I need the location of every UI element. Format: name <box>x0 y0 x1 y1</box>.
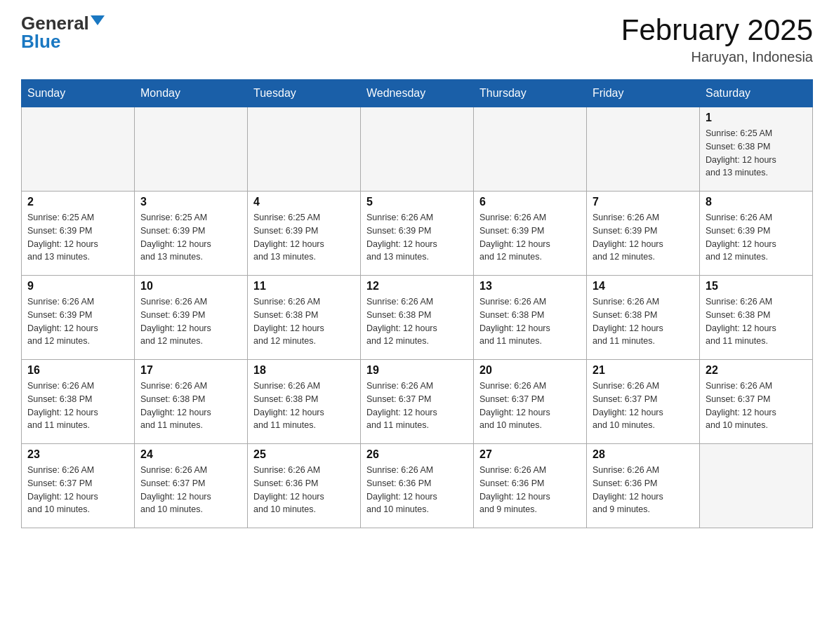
day-cell: 26Sunrise: 6:26 AM Sunset: 6:36 PM Dayli… <box>361 444 474 528</box>
day-number: 21 <box>593 364 694 377</box>
day-cell: 27Sunrise: 6:26 AM Sunset: 6:36 PM Dayli… <box>474 444 587 528</box>
day-cell: 25Sunrise: 6:26 AM Sunset: 6:36 PM Dayli… <box>248 444 361 528</box>
day-cell: 15Sunrise: 6:26 AM Sunset: 6:38 PM Dayli… <box>700 276 813 360</box>
day-number: 9 <box>27 280 128 293</box>
day-cell <box>700 444 813 528</box>
day-cell: 20Sunrise: 6:26 AM Sunset: 6:37 PM Dayli… <box>474 360 587 444</box>
day-info: Sunrise: 6:26 AM Sunset: 6:37 PM Dayligh… <box>366 380 468 432</box>
day-header-thursday: Thursday <box>474 80 587 107</box>
day-cell: 11Sunrise: 6:26 AM Sunset: 6:38 PM Dayli… <box>248 276 361 360</box>
day-info: Sunrise: 6:26 AM Sunset: 6:36 PM Dayligh… <box>366 464 468 516</box>
day-number: 25 <box>253 448 355 461</box>
calendar-subtitle: Haruyan, Indonesia <box>621 49 813 65</box>
day-cell: 18Sunrise: 6:26 AM Sunset: 6:38 PM Dayli… <box>248 360 361 444</box>
day-info: Sunrise: 6:26 AM Sunset: 6:39 PM Dayligh… <box>706 211 807 264</box>
day-cell: 9Sunrise: 6:26 AM Sunset: 6:39 PM Daylig… <box>22 276 135 360</box>
day-cell: 19Sunrise: 6:26 AM Sunset: 6:37 PM Dayli… <box>361 360 474 444</box>
day-cell <box>135 107 248 192</box>
day-info: Sunrise: 6:25 AM Sunset: 6:39 PM Dayligh… <box>140 211 241 264</box>
day-cell: 8Sunrise: 6:26 AM Sunset: 6:39 PM Daylig… <box>700 192 813 276</box>
calendar-title: February 2025 <box>621 14 813 46</box>
day-cell: 4Sunrise: 6:25 AM Sunset: 6:39 PM Daylig… <box>248 192 361 276</box>
day-cell: 12Sunrise: 6:26 AM Sunset: 6:38 PM Dayli… <box>361 276 474 360</box>
day-number: 13 <box>479 280 581 293</box>
day-cell: 22Sunrise: 6:26 AM Sunset: 6:37 PM Dayli… <box>700 360 813 444</box>
day-cell: 5Sunrise: 6:26 AM Sunset: 6:39 PM Daylig… <box>361 192 474 276</box>
day-info: Sunrise: 6:26 AM Sunset: 6:38 PM Dayligh… <box>706 295 807 348</box>
day-number: 18 <box>253 364 355 377</box>
day-number: 16 <box>27 364 128 377</box>
day-info: Sunrise: 6:26 AM Sunset: 6:39 PM Dayligh… <box>27 295 128 348</box>
day-cell <box>474 107 587 192</box>
logo-triangle-icon <box>91 15 105 25</box>
day-cell: 7Sunrise: 6:26 AM Sunset: 6:39 PM Daylig… <box>587 192 700 276</box>
day-header-wednesday: Wednesday <box>361 80 474 107</box>
day-info: Sunrise: 6:26 AM Sunset: 6:39 PM Dayligh… <box>140 295 241 348</box>
day-info: Sunrise: 6:26 AM Sunset: 6:37 PM Dayligh… <box>706 380 807 432</box>
day-header-friday: Friday <box>587 80 700 107</box>
day-info: Sunrise: 6:26 AM Sunset: 6:36 PM Dayligh… <box>593 464 694 516</box>
day-cell: 6Sunrise: 6:26 AM Sunset: 6:39 PM Daylig… <box>474 192 587 276</box>
day-header-tuesday: Tuesday <box>248 80 361 107</box>
day-info: Sunrise: 6:26 AM Sunset: 6:38 PM Dayligh… <box>253 380 355 432</box>
day-info: Sunrise: 6:26 AM Sunset: 6:36 PM Dayligh… <box>253 464 355 516</box>
day-number: 6 <box>479 196 581 208</box>
day-cell <box>361 107 474 192</box>
day-header-saturday: Saturday <box>700 80 813 107</box>
title-section: February 2025 Haruyan, Indonesia <box>621 14 813 65</box>
logo-blue-text: Blue <box>21 32 60 51</box>
day-number: 4 <box>253 196 355 208</box>
calendar-table: SundayMondayTuesdayWednesdayThursdayFrid… <box>21 79 813 528</box>
week-row-4: 16Sunrise: 6:26 AM Sunset: 6:38 PM Dayli… <box>22 360 813 444</box>
day-header-row: SundayMondayTuesdayWednesdayThursdayFrid… <box>22 80 813 107</box>
day-number: 7 <box>593 196 694 208</box>
day-info: Sunrise: 6:26 AM Sunset: 6:38 PM Dayligh… <box>27 380 128 432</box>
week-row-3: 9Sunrise: 6:26 AM Sunset: 6:39 PM Daylig… <box>22 276 813 360</box>
week-row-2: 2Sunrise: 6:25 AM Sunset: 6:39 PM Daylig… <box>22 192 813 276</box>
day-info: Sunrise: 6:26 AM Sunset: 6:39 PM Dayligh… <box>366 211 468 264</box>
day-cell: 14Sunrise: 6:26 AM Sunset: 6:38 PM Dayli… <box>587 276 700 360</box>
day-number: 1 <box>706 112 807 124</box>
day-number: 20 <box>479 364 581 377</box>
calendar-body: 1Sunrise: 6:25 AM Sunset: 6:38 PM Daylig… <box>22 107 813 528</box>
day-number: 12 <box>366 280 468 293</box>
day-cell: 23Sunrise: 6:26 AM Sunset: 6:37 PM Dayli… <box>22 444 135 528</box>
day-cell: 10Sunrise: 6:26 AM Sunset: 6:39 PM Dayli… <box>135 276 248 360</box>
calendar-header: SundayMondayTuesdayWednesdayThursdayFrid… <box>22 80 813 107</box>
day-cell: 21Sunrise: 6:26 AM Sunset: 6:37 PM Dayli… <box>587 360 700 444</box>
day-info: Sunrise: 6:26 AM Sunset: 6:39 PM Dayligh… <box>479 211 581 264</box>
week-row-1: 1Sunrise: 6:25 AM Sunset: 6:38 PM Daylig… <box>22 107 813 192</box>
day-number: 15 <box>706 280 807 293</box>
day-cell: 28Sunrise: 6:26 AM Sunset: 6:36 PM Dayli… <box>587 444 700 528</box>
logo: General Blue <box>21 14 105 51</box>
day-info: Sunrise: 6:26 AM Sunset: 6:37 PM Dayligh… <box>479 380 581 432</box>
day-cell <box>22 107 135 192</box>
day-number: 27 <box>479 448 581 461</box>
day-number: 17 <box>140 364 241 377</box>
day-number: 19 <box>366 364 468 377</box>
day-info: Sunrise: 6:26 AM Sunset: 6:39 PM Dayligh… <box>593 211 694 264</box>
day-info: Sunrise: 6:26 AM Sunset: 6:37 PM Dayligh… <box>140 464 241 516</box>
day-info: Sunrise: 6:26 AM Sunset: 6:38 PM Dayligh… <box>366 295 468 348</box>
day-number: 26 <box>366 448 468 461</box>
day-number: 24 <box>140 448 241 461</box>
day-info: Sunrise: 6:26 AM Sunset: 6:37 PM Dayligh… <box>593 380 694 432</box>
day-cell <box>248 107 361 192</box>
day-info: Sunrise: 6:26 AM Sunset: 6:38 PM Dayligh… <box>253 295 355 348</box>
day-info: Sunrise: 6:26 AM Sunset: 6:37 PM Dayligh… <box>27 464 128 516</box>
day-header-monday: Monday <box>135 80 248 107</box>
day-cell: 16Sunrise: 6:26 AM Sunset: 6:38 PM Dayli… <box>22 360 135 444</box>
day-info: Sunrise: 6:26 AM Sunset: 6:38 PM Dayligh… <box>140 380 241 432</box>
day-number: 2 <box>27 196 128 208</box>
day-number: 28 <box>593 448 694 461</box>
day-info: Sunrise: 6:25 AM Sunset: 6:39 PM Dayligh… <box>253 211 355 264</box>
day-number: 11 <box>253 280 355 293</box>
day-info: Sunrise: 6:25 AM Sunset: 6:39 PM Dayligh… <box>27 211 128 264</box>
day-number: 10 <box>140 280 241 293</box>
day-header-sunday: Sunday <box>22 80 135 107</box>
day-number: 22 <box>706 364 807 377</box>
week-row-5: 23Sunrise: 6:26 AM Sunset: 6:37 PM Dayli… <box>22 444 813 528</box>
day-cell: 3Sunrise: 6:25 AM Sunset: 6:39 PM Daylig… <box>135 192 248 276</box>
day-cell <box>587 107 700 192</box>
day-cell: 1Sunrise: 6:25 AM Sunset: 6:38 PM Daylig… <box>700 107 813 192</box>
